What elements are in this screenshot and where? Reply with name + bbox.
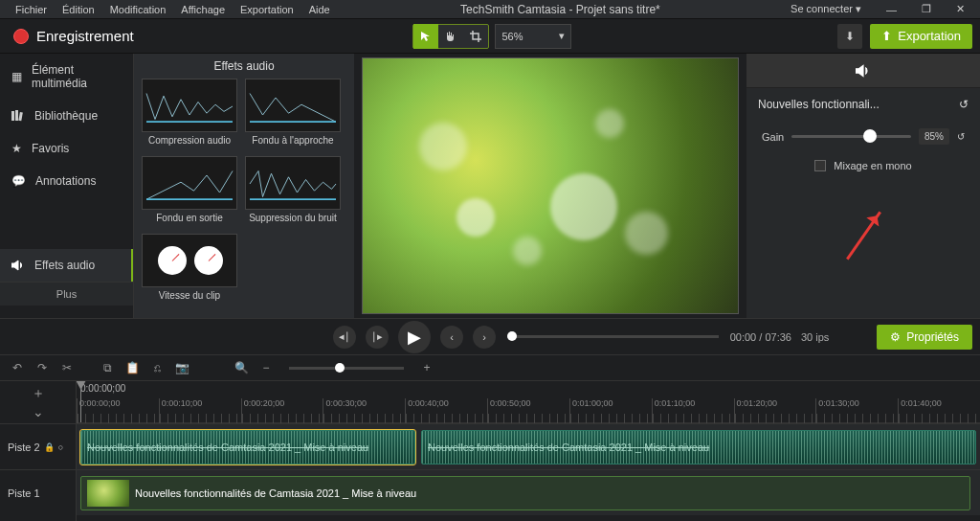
ruler-tick: 0:01:10;00	[652, 398, 734, 423]
sidebar-item-library[interactable]: Bibliothèque	[0, 100, 133, 132]
effect-compression[interactable]: Compression audio	[142, 79, 237, 148]
ruler-tick: 0:01:20;00	[734, 398, 816, 423]
sidebar-label: Élément multimédia	[32, 63, 122, 90]
ruler-tick: 0:01:30;00	[815, 398, 898, 423]
clip-audio-1[interactable]: Nouvelles fonctionnalités de Camtasia 20…	[80, 430, 415, 464]
gain-slider-thumb[interactable]	[863, 129, 877, 143]
effect-fade-in[interactable]: Fondu à l'approche	[245, 79, 341, 148]
add-track-button[interactable]: ＋	[32, 385, 45, 402]
cut-button[interactable]: ✂	[57, 358, 77, 377]
menu-bar: Fichier Édition Modification Affichage E…	[0, 0, 980, 19]
reset-icon[interactable]: ↺	[957, 131, 965, 142]
timeline-toolbar: ↶ ↷ ✂ ⧉ 📋 ⎌ 📷 🔍 − +	[0, 354, 980, 381]
sidebar-label: Effets audio	[34, 259, 95, 272]
tool-select[interactable]	[413, 24, 438, 49]
effect-clip-speed[interactable]: Vitesse du clip	[142, 234, 237, 304]
record-button[interactable]: Enregistrement	[0, 19, 147, 53]
lock-icon[interactable]: 🔒	[44, 442, 55, 452]
camera-icon[interactable]: 📷	[172, 358, 191, 377]
track-header-1[interactable]: Piste 1	[0, 469, 76, 515]
sidebar-item-audio-effects[interactable]: Effets audio	[0, 249, 133, 282]
track-header-2[interactable]: Piste 2 🔒 ○	[0, 423, 76, 469]
next-frame-button[interactable]: ∣▸	[366, 326, 389, 349]
tool-pan[interactable]	[438, 24, 463, 49]
gain-slider[interactable]	[791, 135, 911, 138]
ruler-tick: 0:00:50;00	[487, 398, 569, 423]
step-fwd-button[interactable]: ›	[473, 326, 496, 349]
clip-audio-2[interactable]: Nouvelles fonctionnalités de Camtasia 20…	[421, 430, 976, 464]
gain-value[interactable]: 85%	[919, 128, 949, 145]
export-label: Exportation	[898, 29, 961, 43]
menu-file[interactable]: Fichier	[8, 4, 55, 15]
media-panel-header: Effets audio	[134, 54, 354, 79]
record-label: Enregistrement	[36, 28, 134, 44]
effect-noise-removal[interactable]: Suppression du bruit	[245, 156, 341, 226]
zoom-plus[interactable]: +	[417, 358, 436, 377]
playhead[interactable]	[80, 381, 81, 422]
speaker-icon	[11, 260, 25, 271]
play-button[interactable]: ▶	[398, 321, 431, 353]
timeline-zoom-slider[interactable]	[289, 367, 404, 370]
sidebar-item-annotations[interactable]: 💬 Annotations	[0, 165, 133, 197]
menu-view[interactable]: Affichage	[173, 4, 233, 15]
track-1[interactable]: Nouvelles fonctionnalités de Camtasia 20…	[77, 469, 980, 515]
svg-rect-1	[15, 110, 18, 121]
minimize-icon[interactable]: —	[879, 4, 904, 15]
prev-frame-button[interactable]: ◂∣	[333, 326, 356, 349]
ruler-tick: 0:00:00;00	[77, 398, 159, 423]
menu-modify[interactable]: Modification	[102, 4, 174, 15]
menu-export[interactable]: Exportation	[233, 4, 301, 15]
annotation-icon: 💬	[11, 174, 26, 188]
preview-canvas[interactable]	[362, 57, 739, 314]
track-2[interactable]: Nouvelles fonctionnalités de Camtasia 20…	[77, 423, 980, 469]
undo-button[interactable]: ↶	[8, 358, 27, 377]
tool-crop[interactable]	[463, 24, 488, 49]
library-icon	[11, 110, 25, 122]
annotation-arrow	[846, 212, 881, 260]
star-icon: ★	[11, 142, 22, 155]
zoom-minus[interactable]: −	[256, 358, 276, 377]
sidebar-more[interactable]: Plus	[0, 282, 133, 306]
clip-video-1[interactable]: Nouvelles fonctionnalités de Camtasia 20…	[80, 476, 970, 510]
signin-dropdown[interactable]: Se connecter ▾	[783, 3, 869, 15]
split-button[interactable]: ⎌	[147, 358, 167, 377]
sidebar-label: Bibliothèque	[34, 109, 98, 123]
preview-panel	[354, 54, 746, 318]
menu-help[interactable]: Aide	[301, 4, 338, 15]
timeline-ruler[interactable]: 0:00:00;00 0:00:00;000:00:10;000:00:20;0…	[77, 381, 980, 423]
zoom-out-icon[interactable]: 🔍	[232, 358, 251, 377]
maximize-icon[interactable]: ❐	[914, 3, 939, 15]
mix-mono-checkbox[interactable]	[814, 160, 826, 171]
export-button[interactable]: ⬆ Exportation	[870, 24, 972, 49]
svg-rect-0	[11, 111, 14, 121]
sidebar-item-media[interactable]: ▦ Élément multimédia	[0, 54, 133, 100]
media-panel: Effets audio Compression audio Fondu à l…	[134, 54, 354, 318]
download-icon[interactable]: ⬇	[837, 24, 862, 49]
speaker-icon	[856, 64, 871, 78]
transport-slider[interactable]	[507, 335, 719, 338]
effect-fade-out[interactable]: Fondu en sortie	[142, 156, 237, 226]
zoom-select[interactable]: 56%▾	[495, 24, 571, 49]
record-icon	[13, 29, 29, 44]
transport-bar: ◂∣ ∣▸ ▶ ‹ › 00:00 / 07:36 30 ips ⚙ Propr…	[0, 318, 980, 354]
close-icon[interactable]: ✕	[948, 3, 972, 15]
thumb-caption: Compression audio	[148, 132, 231, 148]
ruler-tick: 0:00:10;00	[159, 398, 241, 423]
paste-button[interactable]: 📋	[122, 358, 142, 377]
sidebar-item-favorites[interactable]: ★ Favoris	[0, 132, 133, 165]
gear-icon: ⚙	[890, 330, 901, 344]
redo-button[interactable]: ↷	[33, 358, 52, 377]
step-back-button[interactable]: ‹	[440, 326, 463, 349]
properties-button[interactable]: ⚙ Propriétés	[877, 325, 972, 350]
collapse-button[interactable]: ⌄	[33, 404, 44, 419]
menu-edit[interactable]: Édition	[55, 4, 102, 15]
properties-panel: Nouvelles fonctionnali... ↺ Gain 85% ↺ M…	[746, 54, 980, 318]
copy-button[interactable]: ⧉	[98, 358, 117, 377]
visibility-icon[interactable]: ○	[58, 442, 63, 452]
sidebar-label: Annotations	[35, 174, 96, 188]
reset-icon[interactable]: ↺	[959, 98, 969, 111]
sidebar: ▦ Élément multimédia Bibliothèque ★ Favo…	[0, 54, 134, 318]
window-title: TechSmith Camtasia - Projet sans titre*	[338, 3, 783, 16]
props-tab-audio[interactable]	[746, 54, 980, 88]
main-toolbar: Enregistrement 56%▾ ⬇ ⬆ Exportation	[0, 19, 980, 54]
